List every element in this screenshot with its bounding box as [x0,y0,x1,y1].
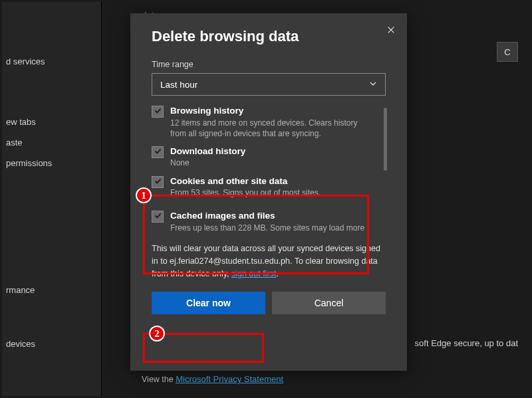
option-cookies: Cookies and other site data From 53 site… [152,175,374,199]
options-list: Browsing history 12 items and more on sy… [152,105,386,236]
checkmark-icon [154,146,162,158]
sign-out-link[interactable]: sign out first [231,269,276,278]
privacy-line: View the Microsoft Privacy Statement [142,374,283,384]
choose-button[interactable]: C [497,42,518,62]
time-range-label: Time range [152,60,386,69]
option-subtitle: 12 items and more on synced devices. Cle… [170,118,374,139]
time-range-dropdown[interactable]: Last hour [152,73,386,96]
checkbox-cookies[interactable] [152,176,164,188]
option-subtitle: From 53 sites. Signs you out of most sit… [170,187,374,198]
time-range-value: Last hour [160,80,198,90]
close-button[interactable] [382,21,400,40]
checkmark-icon [154,106,162,118]
view-prefix: View the [142,375,176,384]
dialog-title: Delete browsing data [152,28,386,45]
sidebar-item[interactable]: permissions [2,153,101,173]
sidebar-item[interactable]: devices [2,334,101,354]
option-download-history: Download history None [152,146,374,169]
option-title: Browsing history [170,105,374,117]
clear-now-button[interactable]: Clear now [152,292,265,314]
privacy-statement-link[interactable]: Microsoft Privacy Statement [176,374,283,384]
close-icon [386,25,396,37]
option-subtitle: None [170,157,374,168]
checkbox-browsing-history[interactable] [152,106,164,118]
option-title: Cached images and files [170,210,374,222]
annotation-badge-2: 2 [149,326,165,342]
scrollbar[interactable] [384,108,387,171]
dialog-buttons: Clear now Cancel [152,292,386,314]
disclosure-after: . [276,269,278,278]
delete-browsing-data-dialog: Delete browsing data Time range Last hou… [130,13,407,371]
settings-sidebar: d services ew tabs aste permissions rman… [2,2,102,396]
checkbox-download-history[interactable] [152,146,164,158]
option-cached: Cached images and files Frees up less th… [152,210,374,233]
sidebar-item[interactable]: ew tabs [2,112,101,132]
option-subtitle: Frees up less than 228 MB. Some sites ma… [170,223,374,233]
checkbox-cached[interactable] [152,211,164,223]
checkmark-icon [154,211,162,223]
checkmark-icon [154,176,162,188]
sync-disclosure: This will clear your data across all you… [152,243,386,280]
sidebar-item[interactable]: rmance [2,280,101,300]
sidebar-item[interactable]: d services [2,51,101,72]
secure-text: soft Edge secure, up to dat [415,338,518,348]
sidebar-item[interactable]: aste [2,132,101,153]
option-title: Cookies and other site data [170,175,374,187]
chevron-down-icon [369,80,377,90]
option-title: Download history [170,146,374,157]
option-browsing-history: Browsing history 12 items and more on sy… [152,105,374,139]
cancel-button[interactable]: Cancel [272,292,386,314]
annotation-badge-1: 1 [136,187,152,203]
